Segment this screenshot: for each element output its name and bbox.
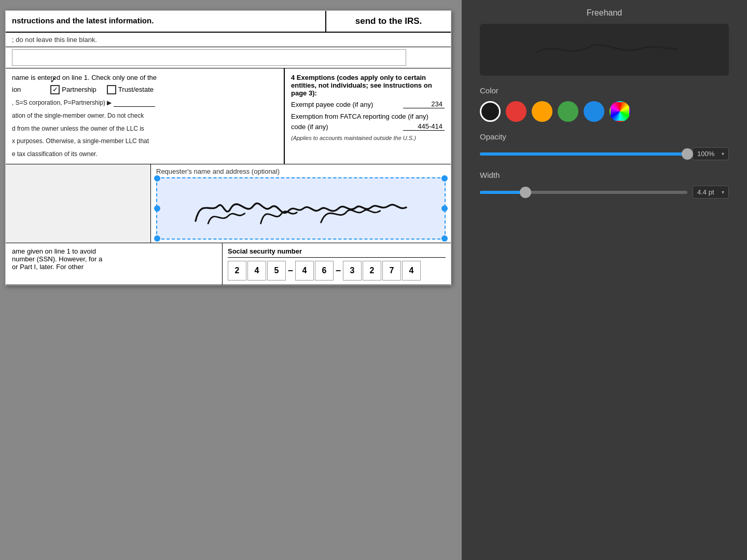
- opacity-slider-row: 100% ▾: [480, 147, 729, 160]
- doc-header: nstructions and the latest information. …: [6, 11, 451, 33]
- opacity-value: 100%: [697, 150, 714, 158]
- brush-preview: [480, 24, 729, 76]
- trust-checkbox[interactable]: [107, 85, 116, 94]
- exempt-payee-label: Exempt payee code (if any): [291, 101, 403, 108]
- llc-input[interactable]: [114, 99, 155, 107]
- requester-label: Requester's name and address (optional): [156, 167, 446, 175]
- italic-note: (Applies to accounts maintained outside …: [291, 135, 445, 141]
- right-column: 4 Exemptions (codes apply only to certai…: [285, 68, 451, 164]
- signature-box[interactable]: [156, 177, 446, 240]
- color-swatches: [480, 101, 729, 122]
- ssn-digit-7[interactable]: 2: [363, 261, 381, 281]
- name-input-box[interactable]: [12, 49, 406, 66]
- partnership-label: Partnership: [62, 86, 96, 93]
- ssn-digit-1[interactable]: 2: [228, 261, 246, 281]
- ssn-digit-5[interactable]: 6: [315, 261, 334, 281]
- ssn-digit-4[interactable]: 4: [295, 261, 314, 281]
- opacity-slider-thumb[interactable]: [682, 148, 693, 160]
- ssn-left-text3: or Part I, later. For other: [12, 263, 216, 271]
- opacity-value-box[interactable]: 100% ▾: [693, 147, 729, 160]
- llc-line5: e tax classification of its owner.: [12, 150, 278, 159]
- opacity-slider-fill: [480, 152, 687, 156]
- handle-tl[interactable]: [154, 175, 160, 181]
- header-right: send to the IRS.: [326, 11, 451, 32]
- line-blank-row: ; do not leave this line blank.: [6, 33, 451, 47]
- ssn-boxes: 2 4 5 – 4 6 – 3 2 7 4: [228, 261, 446, 281]
- ssn-left-text1: ame given on line 1 to avoid: [12, 247, 216, 255]
- color-section-title: Color: [480, 86, 729, 95]
- opacity-chevron-icon: ▾: [722, 151, 724, 157]
- panel-title: Freehand: [470, 8, 739, 18]
- llc-line1: , S=S corporation, P=Partnership) ▶: [12, 99, 278, 107]
- right-panel: Freehand Color Opacity 100% ▾: [462, 0, 747, 560]
- llc-line2: ation of the single-member owner. Do not…: [12, 111, 278, 120]
- ssn-digit-9[interactable]: 4: [402, 261, 421, 281]
- document-page: nstructions and the latest information. …: [5, 10, 451, 286]
- exempt-payee-row: Exempt payee code (if any) 234: [291, 100, 445, 108]
- header-left-text: nstructions and the latest information.: [12, 16, 319, 25]
- ssn-left: ame given on line 1 to avoid number (SSN…: [6, 243, 223, 285]
- llc-line4: x purposes. Otherwise, a single-member L…: [12, 137, 278, 146]
- width-slider-fill: [480, 191, 525, 194]
- line-blank-text: ; do not leave this line blank.: [12, 36, 97, 44]
- color-section: Color: [480, 86, 729, 122]
- ion-label: ion: [12, 86, 21, 93]
- fatca-value: 445-414: [403, 122, 445, 131]
- requester-row: Requester's name and address (optional): [6, 164, 451, 243]
- exempt-payee-value: 234: [403, 100, 445, 108]
- header-right-text: send to the IRS.: [333, 16, 445, 26]
- ssn-right: Social security number 2 4 5 – 4 6 – 3 2…: [223, 243, 451, 285]
- ssn-digit-2[interactable]: 4: [247, 261, 266, 281]
- ssn-left-text2: number (SSN). However, for a: [12, 255, 216, 263]
- width-section: Width 4.4 pt ▾: [480, 171, 729, 199]
- section4-title: 4 Exemptions (codes apply only to certai…: [291, 74, 445, 97]
- ssn-row: ame given on line 1 to avoid number (SSN…: [6, 243, 451, 285]
- opacity-slider-track[interactable]: [480, 152, 687, 156]
- requester-right: Requester's name and address (optional): [151, 164, 451, 243]
- color-orange[interactable]: [532, 101, 552, 122]
- handle-br[interactable]: [441, 235, 448, 242]
- partnership-checkbox[interactable]: [50, 85, 60, 94]
- header-left: nstructions and the latest information.: [6, 11, 326, 32]
- ssn-title: Social security number: [228, 247, 446, 258]
- left-column: name is entered on line 1. Check only on…: [6, 68, 285, 164]
- ssn-dash-2: –: [335, 265, 342, 276]
- width-value-box[interactable]: 4.4 pt ▾: [693, 186, 729, 199]
- width-value: 4.4 pt: [697, 188, 714, 196]
- width-chevron-icon: ▾: [722, 189, 724, 195]
- fatca-label: Exemption from FATCA reporting code (if …: [291, 113, 428, 120]
- handle-bl[interactable]: [154, 235, 160, 242]
- code-label: code (if any): [291, 123, 328, 131]
- handle-tr[interactable]: [441, 175, 448, 181]
- fatca-row: Exemption from FATCA reporting code (if …: [291, 113, 445, 131]
- brush-preview-svg: [527, 34, 682, 65]
- color-red[interactable]: [506, 101, 527, 122]
- input-row: [6, 47, 451, 68]
- opacity-section: Opacity 100% ▾: [480, 132, 729, 160]
- document-area: nstructions and the latest information. …: [0, 0, 462, 560]
- handle-mr[interactable]: [441, 205, 448, 212]
- color-rainbow[interactable]: [610, 101, 630, 122]
- check-line-partnership: ion ✓ Partnership Trust/estate: [12, 85, 278, 94]
- llc-line3: d from the owner unless the owner of the…: [12, 124, 278, 133]
- ssn-digit-8[interactable]: 7: [382, 261, 401, 281]
- width-slider-track[interactable]: [480, 191, 687, 194]
- ssn-dash-1: –: [287, 265, 294, 276]
- trust-label: Trust/estate: [118, 86, 154, 93]
- width-slider-thumb[interactable]: [520, 187, 531, 198]
- width-slider-row: 4.4 pt ▾: [480, 186, 729, 199]
- ssn-digit-3[interactable]: 5: [267, 261, 286, 281]
- width-section-title: Width: [480, 171, 729, 179]
- color-blue[interactable]: [584, 101, 604, 122]
- signature-svg: [157, 178, 445, 239]
- color-green[interactable]: [558, 101, 578, 122]
- ssn-digit-6[interactable]: 3: [343, 261, 362, 281]
- main-content: name is entered on line 1. Check only on…: [6, 68, 451, 164]
- requester-left: [6, 164, 151, 243]
- checkmark-symbol: ✓: [50, 75, 57, 85]
- handle-ml[interactable]: [154, 205, 160, 212]
- opacity-section-title: Opacity: [480, 132, 729, 141]
- color-black[interactable]: [480, 101, 501, 122]
